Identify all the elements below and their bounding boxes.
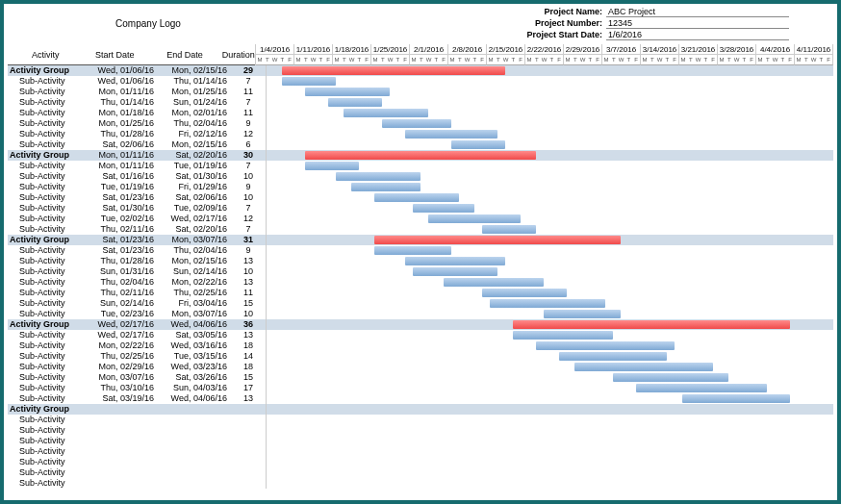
sub-activity-row[interactable]: Sub-ActivityMon, 02/29/16Wed, 03/23/1618 (8, 362, 833, 372)
task-bar[interactable] (682, 394, 790, 403)
project-name-value[interactable]: ABC Project (606, 6, 789, 17)
activity-group-row[interactable]: Activity Group (8, 404, 833, 415)
task-bar[interactable] (544, 310, 621, 318)
sub-activity-row[interactable]: Sub-ActivityThu, 02/04/16Mon, 02/22/1613 (8, 277, 833, 288)
activity-group-row[interactable]: Activity GroupSat, 01/23/16Mon, 03/07/16… (8, 235, 833, 245)
gantt-rows: Activity GroupWed, 01/06/16Mon, 02/15/16… (8, 65, 833, 489)
sub-activity-row[interactable]: Sub-ActivityWed, 02/17/16Sat, 03/05/1613 (8, 330, 833, 340)
sub-activity-row[interactable]: Sub-ActivityMon, 01/25/16Thu, 02/04/169 (8, 118, 833, 129)
sub-activity-row[interactable]: Sub-ActivityMon, 01/11/16Tue, 01/19/167 (8, 161, 833, 171)
task-bar[interactable] (413, 204, 474, 213)
gantt-grid: Activity Start Date End Date Duration 1/… (8, 44, 833, 496)
sub-activity-row[interactable]: Sub-ActivityMon, 01/18/16Mon, 02/01/1611 (8, 108, 833, 118)
task-bar[interactable] (328, 98, 382, 107)
sub-activity-row[interactable]: Sub-Activity (8, 425, 833, 436)
task-bar[interactable] (336, 172, 420, 181)
sub-activity-row[interactable]: Sub-ActivityTue, 02/02/16Wed, 02/17/1612 (8, 214, 833, 224)
project-number-value[interactable]: 12345 (606, 17, 789, 29)
sub-activity-row[interactable]: Sub-Activity (8, 478, 833, 489)
week-col: 1/11/2016MTWTF (294, 44, 333, 65)
sub-activity-row[interactable]: Sub-Activity (8, 415, 833, 425)
day-label: W (579, 55, 587, 65)
sub-activity-row[interactable]: Sub-ActivityThu, 01/28/16Mon, 02/15/1613 (8, 256, 833, 266)
sub-activity-row[interactable]: Sub-ActivityThu, 02/25/16Tue, 03/15/1614 (8, 351, 833, 362)
end-date-cell: Sun, 02/14/16 (158, 266, 231, 277)
day-label: T (533, 55, 541, 65)
task-bar[interactable] (536, 341, 675, 350)
task-bar[interactable] (490, 299, 605, 308)
sub-activity-row[interactable]: Sub-Activity (8, 436, 833, 446)
task-bar[interactable] (482, 225, 536, 234)
task-bar[interactable] (382, 119, 451, 128)
sub-activity-row[interactable]: Sub-ActivitySun, 02/14/16Fri, 03/04/1615 (8, 298, 833, 309)
sub-activity-row[interactable]: Sub-ActivityThu, 03/10/16Sun, 04/03/1617 (8, 383, 833, 393)
sub-activity-row[interactable]: Sub-ActivitySat, 03/19/16Wed, 04/06/1613 (8, 393, 833, 404)
task-bar[interactable] (305, 88, 390, 96)
task-bar[interactable] (636, 384, 767, 392)
sub-activity-row[interactable]: Sub-Activity (8, 446, 833, 457)
activity-group-row[interactable]: Activity GroupMon, 01/11/16Sat, 02/20/16… (8, 150, 833, 161)
sub-activity-row[interactable]: Sub-ActivityTue, 02/23/16Mon, 03/07/1610 (8, 309, 833, 319)
group-bar[interactable] (513, 320, 790, 329)
task-bar[interactable] (374, 193, 459, 202)
start-date-cell: Thu, 02/25/16 (85, 351, 158, 362)
sub-activity-row[interactable]: Sub-ActivitySat, 02/06/16Mon, 02/15/166 (8, 139, 833, 150)
sub-activity-row[interactable]: Sub-ActivitySun, 01/31/16Sun, 02/14/1610 (8, 266, 833, 277)
project-start-value[interactable]: 1/6/2016 (606, 29, 789, 40)
day-label: F (709, 55, 717, 65)
day-label: M (410, 55, 418, 65)
task-bar[interactable] (428, 214, 521, 223)
sub-activity-row[interactable]: Sub-Activity (8, 467, 833, 478)
sub-activity-row[interactable]: Sub-ActivityMon, 03/07/16Sat, 03/26/1615 (8, 372, 833, 383)
group-bar[interactable] (282, 66, 505, 75)
group-bar[interactable] (305, 151, 536, 160)
gantt-bar-cell (266, 118, 833, 129)
task-bar[interactable] (559, 352, 667, 361)
duration-cell: 36 (231, 319, 266, 330)
sub-activity-row[interactable]: Sub-ActivityThu, 02/11/16Thu, 02/25/1611 (8, 288, 833, 298)
sub-activity-row[interactable]: Sub-ActivityTue, 01/19/16Fri, 01/29/169 (8, 182, 833, 192)
task-bar[interactable] (344, 109, 428, 117)
task-bar[interactable] (374, 246, 451, 255)
task-bar[interactable] (482, 289, 567, 297)
sub-activity-row[interactable]: Sub-ActivityMon, 02/22/16Wed, 03/16/1618 (8, 340, 833, 351)
sub-activity-row[interactable]: Sub-Activity (8, 457, 833, 467)
activity-label: Sub-Activity (8, 372, 85, 383)
activity-group-row[interactable]: Activity GroupWed, 01/06/16Mon, 02/15/16… (8, 65, 833, 76)
sub-activity-row[interactable]: Sub-ActivityWed, 01/06/16Thu, 01/14/167 (8, 76, 833, 87)
end-date-cell: Sun, 01/24/16 (158, 97, 231, 108)
activity-group-row[interactable]: Activity GroupWed, 02/17/16Wed, 04/06/16… (8, 319, 833, 330)
day-label: M (602, 55, 610, 65)
day-label: T (418, 55, 425, 65)
day-label: T (509, 55, 517, 65)
week-days: MTWTF (718, 55, 755, 65)
start-date-cell (85, 415, 158, 425)
task-bar[interactable] (405, 130, 497, 139)
task-bar[interactable] (613, 373, 728, 382)
sub-activity-row[interactable]: Sub-ActivitySat, 01/30/16Tue, 02/09/167 (8, 203, 833, 214)
task-bar[interactable] (513, 331, 613, 340)
sub-activity-row[interactable]: Sub-ActivityThu, 01/28/16Fri, 02/12/1612 (8, 129, 833, 139)
task-bar[interactable] (413, 267, 497, 276)
sub-activity-row[interactable]: Sub-ActivitySat, 01/23/16Thu, 02/04/169 (8, 245, 833, 256)
week-days: MTWTF (525, 55, 563, 65)
sub-activity-row[interactable]: Sub-ActivitySat, 01/16/16Sat, 01/30/1610 (8, 171, 833, 182)
sub-activity-row[interactable]: Sub-ActivityThu, 02/11/16Sat, 02/20/167 (8, 224, 833, 235)
duration-cell: 11 (231, 87, 266, 97)
sub-activity-row[interactable]: Sub-ActivitySat, 01/23/16Sat, 02/06/1610 (8, 192, 833, 203)
start-date-cell (85, 436, 158, 446)
task-bar[interactable] (444, 278, 544, 287)
task-bar[interactable] (282, 77, 336, 86)
start-date-cell: Sat, 01/23/16 (85, 245, 158, 256)
day-label: F (671, 55, 678, 65)
end-date-cell (158, 457, 231, 467)
task-bar[interactable] (574, 363, 713, 371)
task-bar[interactable] (451, 140, 505, 149)
task-bar[interactable] (405, 257, 505, 265)
task-bar[interactable] (305, 162, 359, 170)
sub-activity-row[interactable]: Sub-ActivityMon, 01/11/16Mon, 01/25/1611 (8, 87, 833, 97)
sub-activity-row[interactable]: Sub-ActivityThu, 01/14/16Sun, 01/24/167 (8, 97, 833, 108)
activity-label: Sub-Activity (8, 362, 85, 372)
group-bar[interactable] (374, 236, 621, 244)
task-bar[interactable] (351, 183, 420, 191)
